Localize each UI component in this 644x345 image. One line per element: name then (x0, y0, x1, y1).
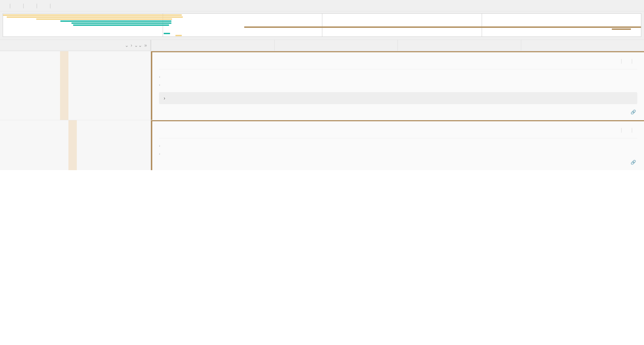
double-chevron-down-icon[interactable]: ⌄⌄ (134, 43, 142, 48)
detail-gutter (0, 120, 151, 170)
chevron-right-icon[interactable]: › (159, 144, 160, 148)
minimap-canvas[interactable] (3, 13, 641, 37)
span-detail-panel: | | › › › (0, 51, 644, 120)
logs-section[interactable]: › (159, 92, 637, 104)
trace-header: | | | | (0, 0, 644, 11)
process-section[interactable]: › (159, 81, 637, 89)
process-section[interactable]: › (159, 150, 637, 158)
span-detail-panel: | | › › 🔗 (0, 120, 644, 170)
timeline-header: ⌄ › ⌄⌄ » (0, 40, 644, 51)
detail-gutter (0, 51, 151, 120)
link-icon[interactable]: 🔗 (631, 110, 636, 115)
chevron-right-icon[interactable]: › (164, 95, 165, 101)
link-icon[interactable]: 🔗 (631, 160, 636, 165)
double-chevron-right-icon[interactable]: » (144, 43, 147, 48)
timeline-axis (151, 40, 644, 51)
chevron-right-icon[interactable]: › (159, 75, 160, 79)
minimap[interactable] (0, 11, 644, 40)
chevron-right-icon[interactable]: › (159, 152, 160, 156)
tags-section[interactable]: › (159, 73, 637, 81)
chevron-down-icon[interactable]: ⌄ (125, 43, 129, 48)
chevron-right-icon[interactable]: › (131, 43, 132, 48)
service-operation-header: ⌄ › ⌄⌄ » (0, 40, 151, 51)
chevron-right-icon[interactable]: › (159, 83, 160, 87)
tags-section[interactable]: › (159, 142, 637, 150)
